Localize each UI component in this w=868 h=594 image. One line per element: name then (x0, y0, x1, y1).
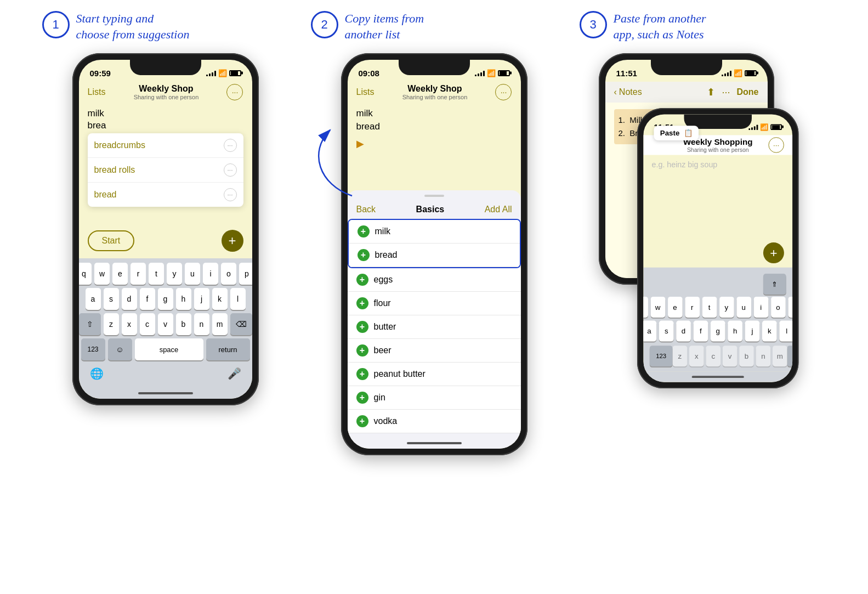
key-i[interactable]: i (203, 263, 218, 285)
phone1-suggestion-breadcrumbs[interactable]: breadcrumbs ··· (88, 133, 243, 158)
key-e[interactable]: e (112, 263, 128, 285)
key-h[interactable]: h (176, 288, 191, 310)
phone3-key-s[interactable]: s (659, 321, 673, 342)
key-y[interactable]: y (167, 263, 182, 285)
key-x[interactable]: x (122, 313, 137, 335)
key-u[interactable]: u (185, 263, 200, 285)
key-v[interactable]: v (158, 313, 173, 335)
phone3-key-e[interactable]: e (667, 297, 682, 318)
key-a[interactable]: a (86, 288, 101, 310)
key-space[interactable]: space (135, 338, 203, 360)
phone1-suggestion-bread[interactable]: bread ··· (88, 183, 243, 207)
key-z[interactable]: z (104, 313, 119, 335)
phone1-lists-link[interactable]: Lists (88, 87, 106, 97)
phone3-notes-done-btn[interactable]: Done (737, 87, 759, 97)
phone3-key-g[interactable]: g (710, 321, 725, 342)
key-g[interactable]: g (158, 288, 173, 310)
key-return[interactable]: return (206, 338, 250, 360)
phone3-key-d[interactable]: d (676, 321, 691, 342)
sheet-item-bread[interactable]: + bread (349, 244, 520, 267)
phone3-key-h[interactable]: h (728, 321, 742, 342)
sheet-item-beer[interactable]: + beer (348, 339, 521, 363)
phone1-suggestion-breadcrumbs-dots[interactable]: ··· (224, 139, 237, 152)
key-k[interactable]: k (212, 288, 228, 310)
key-b[interactable]: b (176, 313, 191, 335)
phone1-start-btn[interactable]: Start (88, 230, 135, 251)
phone3-key-i[interactable]: i (753, 297, 768, 318)
key-s[interactable]: s (104, 288, 119, 310)
phone3-key-u[interactable]: u (736, 297, 751, 318)
key-shift[interactable]: ⇧ (79, 313, 101, 335)
phone3-key-l[interactable]: l (779, 321, 792, 342)
phone3-key-n-visible[interactable]: n (756, 346, 770, 366)
sheet-item-peanut-butter-add-icon[interactable]: + (356, 368, 368, 380)
paste-btn[interactable]: Paste (660, 129, 679, 137)
key-n[interactable]: n (194, 313, 209, 335)
key-t[interactable]: t (149, 263, 164, 285)
sheet-item-butter[interactable]: + butter (348, 315, 521, 339)
key-emoji[interactable]: ☺ (108, 338, 132, 360)
key-d[interactable]: d (122, 288, 137, 310)
sheet-item-butter-add-icon[interactable]: + (356, 321, 368, 333)
key-delete[interactable]: ⌫ (230, 313, 252, 335)
phone3-key-z-visible[interactable]: z (672, 346, 687, 366)
phone3-key-b-visible[interactable]: b (739, 346, 754, 366)
phone1-suggestion-bread-dots[interactable]: ··· (224, 188, 237, 201)
key-c[interactable]: c (140, 313, 155, 335)
phone3-key-a[interactable]: a (643, 321, 656, 342)
globe-icon[interactable]: 🌐 (90, 367, 104, 380)
sheet-item-bread-add-icon[interactable]: + (358, 249, 370, 261)
phone3-key-delete[interactable]: ⌫ (787, 346, 792, 366)
sheet-add-all-btn[interactable]: Add All (485, 205, 512, 214)
sheet-item-flour-add-icon[interactable]: + (356, 297, 368, 309)
sheet-item-milk-add-icon[interactable]: + (358, 225, 370, 237)
phone3-key-f[interactable]: f (693, 321, 708, 342)
sheet-item-vodka[interactable]: + vodka (348, 410, 521, 433)
phone3-key-m-visible[interactable]: m (773, 346, 787, 366)
phone1-suggestion-bread-rolls-dots[interactable]: ··· (224, 163, 237, 177)
phone3-key-r[interactable]: r (684, 297, 699, 318)
phone3-key-k[interactable]: k (762, 321, 777, 342)
key-q[interactable]: q (79, 263, 92, 285)
key-m[interactable]: m (212, 313, 228, 335)
key-p[interactable]: p (239, 263, 252, 285)
phone1-suggestion-bread-rolls[interactable]: bread rolls ··· (88, 158, 243, 183)
phone2-lists-link[interactable]: Lists (356, 87, 375, 97)
phone3-front-nav-dots-btn[interactable]: ··· (768, 137, 784, 153)
key-w[interactable]: w (94, 263, 110, 285)
mic-icon[interactable]: 🎤 (228, 367, 241, 380)
phone3-key-y[interactable]: y (719, 297, 734, 318)
phone3-notes-back-btn[interactable]: ‹ Notes (614, 87, 642, 97)
phone3-add-btn[interactable]: + (763, 242, 784, 263)
key-123[interactable]: 123 (81, 338, 105, 360)
phone3-share-icon[interactable]: ⬆ (707, 86, 715, 98)
sheet-item-eggs[interactable]: + eggs (348, 268, 521, 292)
phone3-key-o[interactable]: o (770, 297, 785, 318)
sheet-item-gin-add-icon[interactable]: + (356, 392, 368, 404)
phone3-key-p[interactable]: p (788, 297, 792, 318)
phone3-key-q[interactable]: q (643, 297, 648, 318)
phone2-nav-dots-btn[interactable]: ··· (495, 84, 512, 100)
phone3-key-x-visible[interactable]: x (689, 346, 704, 366)
sheet-back-btn[interactable]: Back (356, 205, 376, 214)
sheet-item-milk[interactable]: + milk (349, 220, 520, 244)
phone3-key-123[interactable]: 123 (649, 346, 672, 366)
phone3-key-j[interactable]: j (745, 321, 759, 342)
phone1-add-btn[interactable]: + (222, 230, 243, 252)
key-o[interactable]: o (221, 263, 236, 285)
sheet-item-beer-add-icon[interactable]: + (356, 344, 368, 357)
phone3-key-w[interactable]: w (650, 297, 665, 318)
phone1-nav-dots-btn[interactable]: ··· (226, 84, 243, 100)
sheet-item-eggs-add-icon[interactable]: + (356, 274, 368, 286)
sheet-item-peanut-butter[interactable]: + peanut butter (348, 363, 521, 386)
sheet-item-flour[interactable]: + flour (348, 292, 521, 315)
sheet-item-gin[interactable]: + gin (348, 386, 521, 410)
phone3-notes-dots-icon[interactable]: ··· (722, 87, 730, 98)
phone3-key-shift[interactable]: ⇑ (763, 274, 786, 295)
key-r[interactable]: r (131, 263, 146, 285)
phone3-key-c-visible[interactable]: c (706, 346, 721, 366)
key-l[interactable]: l (230, 288, 246, 310)
sheet-item-vodka-add-icon[interactable]: + (356, 415, 368, 427)
key-j[interactable]: j (194, 288, 209, 310)
key-f[interactable]: f (140, 288, 155, 310)
